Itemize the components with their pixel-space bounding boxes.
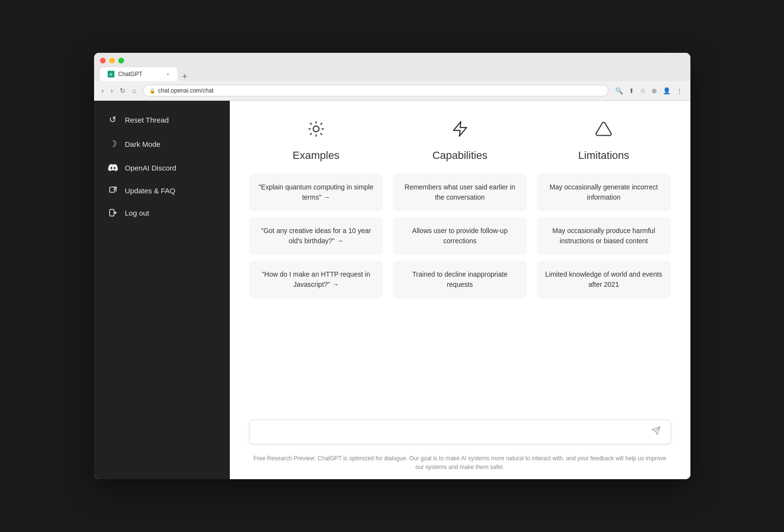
- message-input[interactable]: [257, 428, 649, 437]
- capability-card-3: Trained to decline inappropriate request…: [393, 261, 527, 298]
- svg-line-6: [320, 134, 321, 135]
- url-bar[interactable]: 🔒 chat.openai.com/chat: [143, 85, 608, 96]
- limitation-card-2: May occasionally produce harmful instruc…: [537, 217, 671, 255]
- browser-chrome: G ChatGPT × +: [94, 53, 690, 81]
- message-input-wrapper: [249, 420, 671, 444]
- sidebar-label-updates: Updates & FAQ: [125, 187, 176, 195]
- browser-window: G ChatGPT × + ‹ › ↻ ⌂ 🔒 chat.openai.com/…: [94, 53, 690, 479]
- extensions-button[interactable]: ⊕: [650, 86, 659, 95]
- limitations-column-header: Limitations: [537, 120, 671, 162]
- menu-button[interactable]: ⋮: [674, 86, 685, 95]
- back-button[interactable]: ‹: [100, 86, 106, 95]
- external-link-icon: [108, 186, 118, 195]
- main-content: Examples Capabilities: [230, 101, 690, 479]
- profile-button[interactable]: 👤: [661, 86, 672, 95]
- sidebar-label-logout: Log out: [125, 209, 149, 217]
- tab-close-button[interactable]: ×: [166, 71, 169, 77]
- sidebar-item-discord[interactable]: OpenAI Discord: [100, 157, 224, 178]
- discord-icon: [108, 163, 118, 172]
- sidebar-item-dark-mode[interactable]: ☽ Dark Mode: [100, 133, 224, 155]
- home-button[interactable]: ⌂: [130, 86, 138, 95]
- sidebar-item-updates[interactable]: Updates & FAQ: [100, 180, 224, 201]
- svg-line-10: [320, 123, 321, 124]
- url-bar-container: ‹ › ↻ ⌂ 🔒 chat.openai.com/chat 🔍 ⬆ ☆ ⊕ 👤…: [94, 81, 690, 101]
- moon-icon: ☽: [108, 139, 118, 149]
- example-card-1[interactable]: "Explain quantum computing in simple ter…: [249, 173, 384, 211]
- forward-button[interactable]: ›: [109, 86, 115, 95]
- sun-icon: [307, 120, 325, 141]
- limitation-card-3: Limited knowledge of world and events af…: [537, 261, 671, 298]
- url-text: chat.openai.com/chat: [158, 87, 213, 94]
- examples-column-header: Examples: [249, 120, 384, 162]
- example-card-2[interactable]: "Got any creative ideas for a 10 year ol…: [249, 217, 384, 255]
- lightning-icon: [451, 120, 469, 141]
- svg-point-2: [313, 126, 319, 132]
- maximize-button[interactable]: [118, 58, 124, 63]
- close-button[interactable]: [100, 58, 106, 63]
- sidebar-label-reset: Reset Thread: [125, 116, 169, 124]
- nav-buttons: ‹ › ↻ ⌂: [100, 86, 139, 95]
- capabilities-cards: Remembers what user said earlier in the …: [393, 173, 527, 298]
- capabilities-title: Capabilities: [432, 149, 488, 162]
- tab-title: ChatGPT: [118, 71, 143, 78]
- warning-icon: [595, 120, 612, 141]
- active-tab[interactable]: G ChatGPT ×: [100, 67, 177, 81]
- reset-icon: ↺: [108, 114, 118, 125]
- minimize-button[interactable]: [109, 58, 115, 63]
- capability-card-2: Allows user to provide follow-up correct…: [393, 217, 527, 255]
- capabilities-column-header: Capabilities: [393, 120, 527, 162]
- logout-icon: [108, 208, 118, 217]
- share-button[interactable]: ⬆: [627, 86, 636, 95]
- footer-text: Free Research Preview: ChatGPT is optimi…: [230, 449, 690, 479]
- app-container: ↺ Reset Thread ☽ Dark Mode OpenAI Discor…: [94, 101, 690, 479]
- svg-line-5: [310, 123, 311, 124]
- columns-header: Examples Capabilities: [249, 120, 671, 162]
- chat-area: Examples Capabilities: [230, 101, 690, 420]
- limitation-card-1: May occasionally generate incorrect info…: [537, 173, 671, 211]
- traffic-lights: [100, 58, 685, 63]
- browser-actions: 🔍 ⬆ ☆ ⊕ 👤 ⋮: [613, 86, 685, 95]
- examples-cards: "Explain quantum computing in simple ter…: [249, 173, 384, 298]
- sidebar: ↺ Reset Thread ☽ Dark Mode OpenAI Discor…: [94, 101, 230, 479]
- send-button[interactable]: [649, 426, 663, 438]
- new-tab-button[interactable]: +: [178, 72, 192, 81]
- columns-body: "Explain quantum computing in simple ter…: [249, 173, 671, 298]
- limitations-title: Limitations: [578, 149, 629, 162]
- lock-icon: 🔒: [149, 88, 155, 94]
- svg-rect-1: [110, 209, 114, 216]
- input-area: [230, 420, 690, 449]
- sidebar-item-logout[interactable]: Log out: [100, 203, 224, 223]
- capability-card-1: Remembers what user said earlier in the …: [393, 173, 527, 211]
- sidebar-label-discord: OpenAI Discord: [125, 164, 176, 172]
- bookmark-button[interactable]: ☆: [638, 86, 648, 95]
- sidebar-item-reset-thread[interactable]: ↺ Reset Thread: [100, 109, 224, 131]
- examples-title: Examples: [293, 149, 340, 162]
- example-card-3[interactable]: "How do I make an HTTP request in Javasc…: [249, 261, 384, 298]
- tab-bar: G ChatGPT × +: [100, 67, 685, 81]
- limitations-cards: May occasionally generate incorrect info…: [537, 173, 671, 298]
- sidebar-label-dark-mode: Dark Mode: [125, 140, 160, 148]
- refresh-button[interactable]: ↻: [118, 86, 128, 95]
- tab-favicon: G: [108, 71, 114, 78]
- search-button[interactable]: 🔍: [613, 86, 625, 95]
- svg-line-9: [310, 134, 311, 135]
